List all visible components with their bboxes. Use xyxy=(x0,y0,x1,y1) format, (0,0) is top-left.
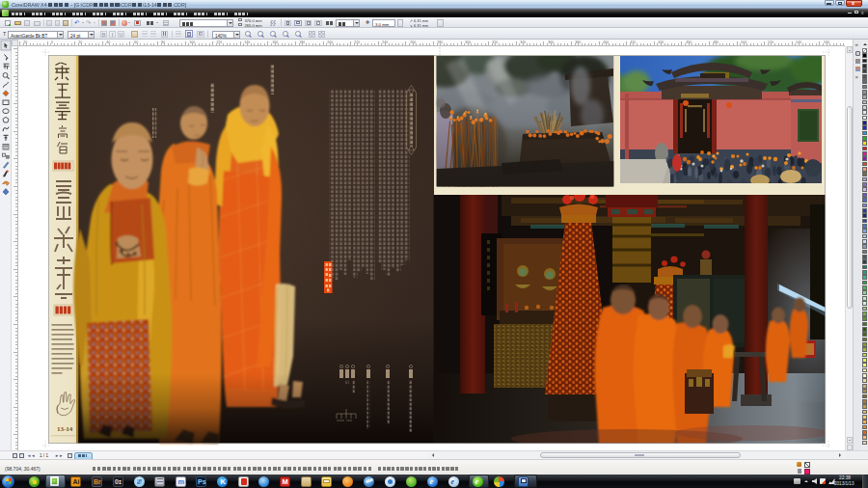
svg-text:13-14: 13-14 xyxy=(57,425,73,433)
